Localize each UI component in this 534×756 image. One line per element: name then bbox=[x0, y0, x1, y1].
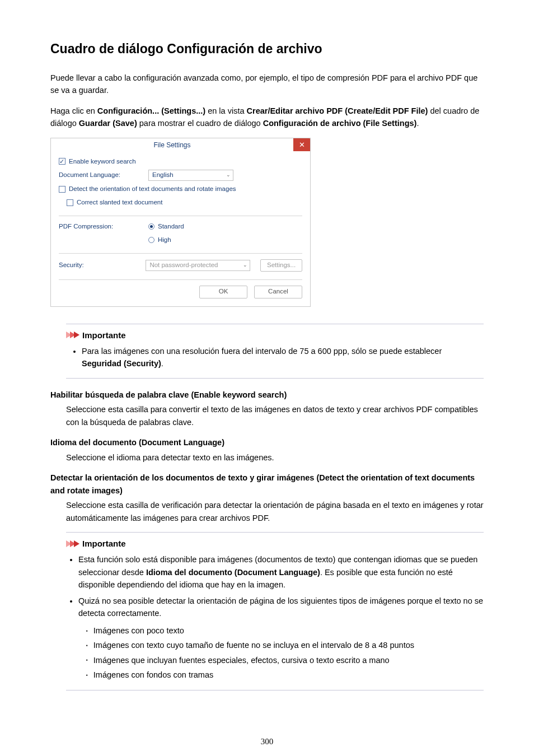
file-settings-dialog: File Settings ✕ Enable keyword search Do… bbox=[50, 138, 311, 307]
dialog-title: File Settings bbox=[51, 138, 293, 151]
chevron-down-icon: ⌄ bbox=[243, 262, 247, 269]
compression-high-radio[interactable] bbox=[148, 237, 154, 243]
important-item: Esta función solo está disponible para i… bbox=[78, 553, 484, 591]
def-desc: Seleccione el idioma para detectar texto… bbox=[66, 451, 484, 464]
important-item: Para las imágenes con una resolución fue… bbox=[82, 345, 484, 370]
compression-standard-label: Standard bbox=[158, 222, 184, 232]
security-settings-button[interactable]: Settings... bbox=[260, 259, 302, 272]
compression-standard-radio[interactable] bbox=[148, 223, 154, 230]
def-desc: Seleccione esta casilla de verificación … bbox=[66, 499, 484, 690]
page-number: 300 bbox=[50, 735, 484, 748]
def-term: Detectar la orientación de los documento… bbox=[50, 472, 484, 497]
important-callout-2: Importante Esta función solo está dispon… bbox=[66, 532, 484, 690]
titlebar: File Settings ✕ bbox=[51, 138, 310, 151]
doc-language-dropdown[interactable]: English ⌄ bbox=[148, 170, 233, 181]
definition-list: Habilitar búsqueda de palabra clave (Ena… bbox=[50, 389, 484, 691]
important-icon bbox=[66, 332, 78, 338]
security-dropdown[interactable]: Not password-protected ⌄ bbox=[146, 260, 250, 271]
close-icon[interactable]: ✕ bbox=[293, 138, 310, 151]
ok-button[interactable]: OK bbox=[199, 286, 247, 298]
correct-slanted-label: Correct slanted text document bbox=[77, 198, 162, 208]
doc-language-label: Document Language: bbox=[59, 170, 148, 180]
chevron-down-icon: ⌄ bbox=[226, 171, 231, 179]
correct-slanted-checkbox[interactable] bbox=[67, 199, 73, 206]
intro-paragraph-1: Puede llevar a cabo la configuración ava… bbox=[50, 72, 484, 97]
intro-paragraph-2: Haga clic en Configuración... (Settings.… bbox=[50, 105, 484, 130]
compression-high-label: High bbox=[158, 235, 171, 245]
enable-keyword-checkbox[interactable] bbox=[59, 158, 65, 165]
sub-item: Imágenes que incluyan fuentes especiales… bbox=[86, 654, 484, 666]
enable-keyword-label: Enable keyword search bbox=[69, 157, 136, 167]
cancel-button[interactable]: Cancel bbox=[254, 286, 302, 298]
pdf-compression-label: PDF Compression: bbox=[59, 222, 148, 232]
def-term: Habilitar búsqueda de palabra clave (Ena… bbox=[50, 389, 484, 401]
def-desc: Seleccione esta casilla para convertir e… bbox=[66, 403, 484, 428]
detect-orientation-checkbox[interactable] bbox=[59, 186, 65, 193]
sub-item: Imágenes con texto cuyo tamaño de fuente… bbox=[86, 639, 484, 651]
important-callout-1: Importante Para las imágenes con una res… bbox=[66, 324, 484, 379]
def-term: Idioma del documento (Document Language) bbox=[50, 436, 484, 449]
page-title: Cuadro de diálogo Configuración de archi… bbox=[50, 39, 484, 59]
sub-item: Imágenes con fondos con tramas bbox=[86, 669, 484, 681]
detect-orientation-label: Detect the orientation of text documents… bbox=[69, 184, 236, 194]
security-label: Security: bbox=[59, 260, 146, 270]
sub-item: Imágenes con poco texto bbox=[86, 624, 484, 637]
important-item: Quizá no sea posible detectar la orienta… bbox=[78, 595, 484, 682]
important-icon bbox=[66, 540, 78, 547]
